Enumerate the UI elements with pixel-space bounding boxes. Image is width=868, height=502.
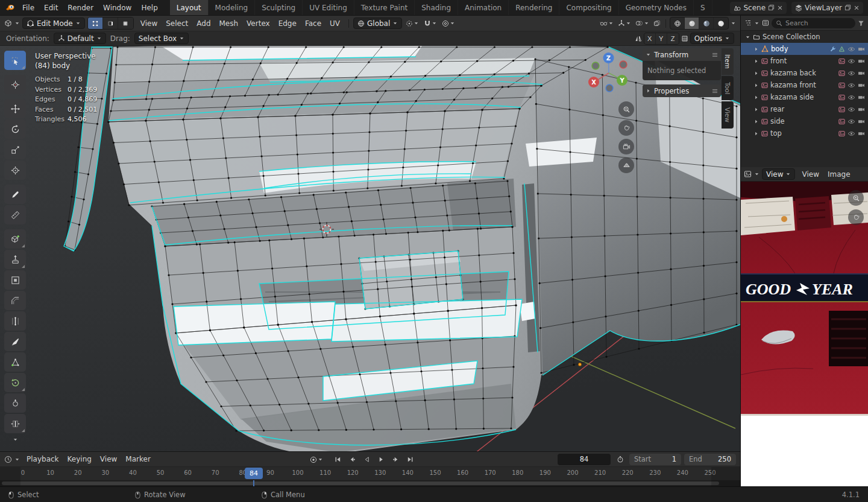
outliner-item-kazama-back[interactable]: kazama back [741, 67, 868, 79]
previous-keyframe-button[interactable] [346, 454, 359, 465]
eye-icon[interactable] [848, 83, 855, 88]
image-menu-image[interactable]: Image [823, 170, 855, 179]
tool-add-cube[interactable] [4, 229, 26, 249]
tool-move[interactable] [4, 99, 26, 118]
viewport-menu-select[interactable]: Select [162, 19, 192, 28]
eye-icon[interactable] [848, 107, 855, 112]
proportional-editing-dropdown[interactable] [441, 20, 456, 27]
chevron-down-icon[interactable] [754, 21, 760, 26]
toolbar-expand-button[interactable] [4, 434, 26, 444]
eye-icon[interactable] [848, 131, 855, 136]
nav-pan-button[interactable] [618, 120, 634, 136]
tool-smooth[interactable] [4, 393, 26, 413]
mode-selector[interactable]: Edit Mode [22, 17, 85, 29]
tool-scale[interactable] [4, 140, 26, 159]
image-pan-button[interactable] [848, 209, 864, 225]
chevron-down-icon[interactable] [754, 171, 760, 177]
timeline-menu-view[interactable]: View [96, 455, 121, 463]
frame-end-field[interactable]: End250 [684, 454, 736, 465]
sidebar-tab-item[interactable]: Item [722, 48, 734, 75]
chevron-right-icon[interactable] [753, 59, 759, 64]
viewport-menu-uv[interactable]: UV [326, 19, 344, 28]
workspace-tab-shading[interactable]: Shading [415, 0, 458, 15]
edge-select-mode[interactable] [103, 17, 118, 29]
workspace-tab-s[interactable]: S [694, 0, 712, 15]
image-zoom-button[interactable] [848, 190, 864, 206]
jump-to-start-button[interactable] [332, 454, 344, 465]
next-keyframe-button[interactable] [389, 454, 402, 465]
snap-grid-icon[interactable] [681, 35, 688, 42]
outliner-item-top[interactable]: top [741, 127, 868, 139]
nav-zoom-button[interactable] [618, 101, 634, 117]
object-visibility-dropdown[interactable] [599, 20, 615, 27]
tool-spin[interactable] [4, 373, 26, 392]
outliner-editor-icon[interactable] [744, 19, 752, 27]
chevron-down-icon[interactable] [745, 34, 750, 40]
blender-logo-icon[interactable] [5, 2, 15, 13]
tool-select-box[interactable] [4, 51, 26, 70]
tool-measure[interactable] [4, 205, 26, 224]
workspace-tab-geometry-nodes[interactable]: Geometry Nodes [619, 0, 694, 15]
shading-solid-button[interactable] [685, 17, 699, 29]
tool-knife[interactable] [4, 332, 26, 351]
gizmo-neg-x-ball[interactable] [620, 61, 627, 68]
shading-wireframe-button[interactable] [670, 17, 685, 29]
pivot-point-dropdown[interactable] [404, 20, 420, 27]
camera-icon[interactable] [858, 46, 865, 52]
shading-rendered-button[interactable] [714, 17, 728, 29]
menu-file[interactable]: File [17, 0, 39, 15]
shading-options-chevron-icon[interactable] [731, 21, 736, 26]
viewport-menu-mesh[interactable]: Mesh [215, 19, 243, 28]
workspace-tab-rendering[interactable]: Rendering [509, 0, 559, 15]
timeline-editor-icon[interactable] [4, 456, 12, 463]
panel-properties-header[interactable]: Properties [643, 84, 721, 97]
tool-transform[interactable] [4, 160, 26, 180]
menu-render[interactable]: Render [63, 0, 98, 15]
jump-to-end-button[interactable] [404, 454, 417, 465]
outliner-display-mode-icon[interactable] [762, 19, 769, 27]
tool-edge-slide[interactable] [4, 414, 26, 433]
face-select-mode[interactable] [118, 17, 133, 29]
timeline-scrollbar[interactable] [2, 481, 719, 485]
workspace-tab-texture-paint[interactable]: Texture Paint [354, 0, 415, 15]
play-forward-button[interactable] [375, 454, 388, 465]
tool-cursor[interactable] [4, 75, 26, 94]
panel-menu-icon[interactable] [712, 52, 718, 58]
gizmo-neg-y-ball[interactable] [592, 62, 599, 69]
panel-menu-icon[interactable] [712, 88, 718, 94]
timeline-menu-marker[interactable]: Marker [121, 455, 154, 463]
viewport-menu-vertex[interactable]: Vertex [242, 19, 274, 28]
editor-type-chevron-icon[interactable] [14, 21, 20, 26]
outliner-root-collection[interactable]: Scene Collection [741, 31, 868, 43]
workspace-tab-uv-editing[interactable]: UV Editing [303, 0, 354, 15]
camera-icon[interactable] [858, 119, 865, 124]
workspace-tab-sculpting[interactable]: Sculpting [255, 0, 303, 15]
vertex-select-mode[interactable] [88, 17, 103, 29]
modifier-icon[interactable] [838, 46, 845, 52]
chevron-right-icon[interactable] [753, 95, 759, 100]
viewport-menu-edge[interactable]: Edge [274, 19, 301, 28]
camera-icon[interactable] [858, 59, 865, 64]
new-viewlayer-icon[interactable] [844, 4, 851, 11]
sidebar-tab-tool[interactable]: Tool [722, 76, 734, 100]
outliner-item-kazama-front[interactable]: kazama front [741, 79, 868, 91]
outliner-item-kazama-side[interactable]: kazama side [741, 91, 868, 103]
workspace-tab-layout[interactable]: Layout [170, 0, 209, 15]
workspace-tab-compositing[interactable]: Compositing [559, 0, 618, 15]
viewlayer-selector[interactable]: ViewLayer [791, 2, 863, 14]
chevron-right-icon[interactable] [753, 131, 759, 136]
camera-icon[interactable] [858, 107, 865, 112]
sidebar-tab-view[interactable]: View [722, 101, 734, 129]
playhead[interactable]: 84 [245, 468, 263, 479]
frame-start-field[interactable]: Start1 [629, 454, 681, 465]
chevron-right-icon[interactable] [753, 83, 759, 88]
orientation-default-dropdown[interactable]: Default [54, 33, 106, 44]
outliner-item-rear[interactable]: rear [741, 103, 868, 115]
play-reverse-button[interactable] [360, 454, 373, 465]
xray-toggle[interactable] [652, 20, 662, 27]
menu-edit[interactable]: Edit [39, 0, 63, 15]
remove-viewlayer-icon[interactable] [854, 5, 860, 11]
timeline-scroll-strip[interactable] [0, 480, 740, 486]
camera-icon[interactable] [858, 83, 865, 88]
orientation-dropdown[interactable]: Global [353, 17, 402, 29]
